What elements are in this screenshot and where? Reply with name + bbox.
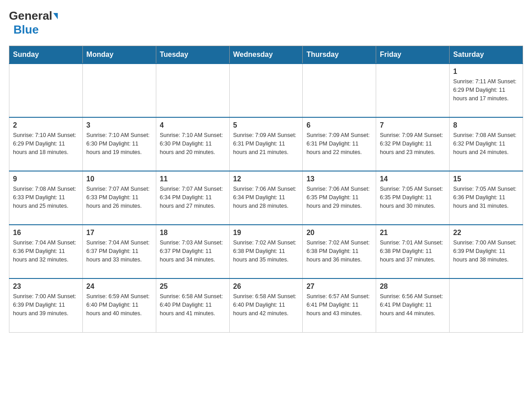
day-info: Sunrise: 7:07 AM Sunset: 6:33 PM Dayligh… [86, 185, 152, 210]
day-number: 7 [380, 121, 446, 129]
day-info: Sunrise: 7:10 AM Sunset: 6:29 PM Dayligh… [13, 131, 79, 156]
logo-blue-text: Blue [13, 23, 39, 37]
day-number: 22 [453, 229, 519, 237]
day-number: 23 [13, 283, 79, 291]
calendar-day-cell: 7Sunrise: 7:09 AM Sunset: 6:32 PM Daylig… [376, 117, 450, 171]
day-info: Sunrise: 6:58 AM Sunset: 6:40 PM Dayligh… [160, 292, 226, 317]
page-header: General Blue [9, 9, 523, 37]
calendar-week-row: 2Sunrise: 7:10 AM Sunset: 6:29 PM Daylig… [9, 117, 523, 171]
day-number: 14 [380, 175, 446, 183]
day-number: 25 [160, 283, 226, 291]
calendar-day-cell: 12Sunrise: 7:06 AM Sunset: 6:34 PM Dayli… [229, 171, 303, 225]
calendar-day-cell [82, 64, 156, 117]
day-number: 27 [306, 283, 372, 291]
day-info: Sunrise: 6:57 AM Sunset: 6:41 PM Dayligh… [306, 292, 372, 317]
day-number: 2 [13, 121, 79, 129]
day-of-week-header: Monday [82, 46, 156, 64]
day-of-week-header: Friday [376, 46, 450, 64]
calendar-day-cell [303, 64, 376, 117]
calendar-day-cell: 25Sunrise: 6:58 AM Sunset: 6:40 PM Dayli… [156, 278, 229, 332]
day-info: Sunrise: 7:09 AM Sunset: 6:31 PM Dayligh… [306, 131, 372, 156]
calendar-header-row: SundayMondayTuesdayWednesdayThursdayFrid… [9, 46, 523, 64]
logo-general-text: General [9, 9, 52, 23]
day-info: Sunrise: 7:07 AM Sunset: 6:34 PM Dayligh… [160, 185, 226, 210]
calendar-day-cell: 2Sunrise: 7:10 AM Sunset: 6:29 PM Daylig… [9, 117, 83, 171]
day-number: 12 [233, 175, 299, 183]
day-info: Sunrise: 6:59 AM Sunset: 6:40 PM Dayligh… [86, 292, 152, 317]
day-number: 28 [380, 283, 446, 291]
day-of-week-header: Wednesday [229, 46, 303, 64]
day-number: 6 [306, 121, 372, 129]
day-info: Sunrise: 6:56 AM Sunset: 6:41 PM Dayligh… [380, 292, 446, 317]
calendar-day-cell: 21Sunrise: 7:01 AM Sunset: 6:38 PM Dayli… [376, 225, 450, 278]
calendar-day-cell: 17Sunrise: 7:04 AM Sunset: 6:37 PM Dayli… [82, 225, 156, 278]
calendar-day-cell: 9Sunrise: 7:08 AM Sunset: 6:33 PM Daylig… [9, 171, 83, 225]
calendar-day-cell [450, 278, 523, 332]
calendar-day-cell: 10Sunrise: 7:07 AM Sunset: 6:33 PM Dayli… [82, 171, 156, 225]
day-number: 9 [13, 175, 79, 183]
calendar-day-cell: 23Sunrise: 7:00 AM Sunset: 6:39 PM Dayli… [9, 278, 83, 332]
day-number: 15 [453, 175, 519, 183]
calendar-week-row: 23Sunrise: 7:00 AM Sunset: 6:39 PM Dayli… [9, 278, 523, 332]
day-number: 18 [160, 229, 226, 237]
day-number: 24 [86, 283, 152, 291]
calendar-day-cell [9, 64, 83, 117]
day-info: Sunrise: 7:08 AM Sunset: 6:33 PM Dayligh… [13, 185, 79, 210]
day-info: Sunrise: 7:06 AM Sunset: 6:35 PM Dayligh… [306, 185, 372, 210]
day-of-week-header: Thursday [303, 46, 376, 64]
day-info: Sunrise: 7:11 AM Sunset: 6:29 PM Dayligh… [453, 77, 519, 103]
day-info: Sunrise: 7:03 AM Sunset: 6:37 PM Dayligh… [160, 239, 226, 264]
calendar-day-cell: 5Sunrise: 7:09 AM Sunset: 6:31 PM Daylig… [229, 117, 303, 171]
day-number: 19 [233, 229, 299, 237]
day-number: 11 [160, 175, 226, 183]
calendar-day-cell: 11Sunrise: 7:07 AM Sunset: 6:34 PM Dayli… [156, 171, 229, 225]
calendar-day-cell [376, 64, 450, 117]
day-info: Sunrise: 7:05 AM Sunset: 6:35 PM Dayligh… [380, 185, 446, 210]
day-info: Sunrise: 7:01 AM Sunset: 6:38 PM Dayligh… [380, 239, 446, 264]
day-info: Sunrise: 7:04 AM Sunset: 6:37 PM Dayligh… [86, 239, 152, 264]
calendar-day-cell: 24Sunrise: 6:59 AM Sunset: 6:40 PM Dayli… [82, 278, 156, 332]
calendar-day-cell: 22Sunrise: 7:00 AM Sunset: 6:39 PM Dayli… [450, 225, 523, 278]
day-number: 5 [233, 121, 299, 129]
day-number: 21 [380, 229, 446, 237]
day-number: 17 [86, 229, 152, 237]
day-of-week-header: Tuesday [156, 46, 229, 64]
calendar-week-row: 1Sunrise: 7:11 AM Sunset: 6:29 PM Daylig… [9, 64, 523, 117]
calendar-day-cell: 19Sunrise: 7:02 AM Sunset: 6:38 PM Dayli… [229, 225, 303, 278]
calendar-day-cell: 28Sunrise: 6:56 AM Sunset: 6:41 PM Dayli… [376, 278, 450, 332]
day-info: Sunrise: 7:10 AM Sunset: 6:30 PM Dayligh… [160, 131, 226, 156]
calendar-day-cell: 8Sunrise: 7:08 AM Sunset: 6:32 PM Daylig… [450, 117, 523, 171]
calendar-day-cell: 14Sunrise: 7:05 AM Sunset: 6:35 PM Dayli… [376, 171, 450, 225]
day-number: 26 [233, 283, 299, 291]
calendar-day-cell: 4Sunrise: 7:10 AM Sunset: 6:30 PM Daylig… [156, 117, 229, 171]
day-number: 20 [306, 229, 372, 237]
day-info: Sunrise: 7:02 AM Sunset: 6:38 PM Dayligh… [233, 239, 299, 264]
day-info: Sunrise: 7:08 AM Sunset: 6:32 PM Dayligh… [453, 131, 519, 156]
day-info: Sunrise: 7:00 AM Sunset: 6:39 PM Dayligh… [453, 239, 519, 264]
calendar-day-cell: 26Sunrise: 6:58 AM Sunset: 6:40 PM Dayli… [229, 278, 303, 332]
day-info: Sunrise: 7:06 AM Sunset: 6:34 PM Dayligh… [233, 185, 299, 210]
calendar-day-cell: 27Sunrise: 6:57 AM Sunset: 6:41 PM Dayli… [303, 278, 376, 332]
day-info: Sunrise: 7:10 AM Sunset: 6:30 PM Dayligh… [86, 131, 152, 156]
calendar-table: SundayMondayTuesdayWednesdayThursdayFrid… [9, 46, 523, 333]
day-info: Sunrise: 7:09 AM Sunset: 6:32 PM Dayligh… [380, 131, 446, 156]
day-info: Sunrise: 6:58 AM Sunset: 6:40 PM Dayligh… [233, 292, 299, 317]
day-info: Sunrise: 7:04 AM Sunset: 6:36 PM Dayligh… [13, 239, 79, 264]
logo: General Blue [9, 9, 58, 37]
calendar-day-cell: 3Sunrise: 7:10 AM Sunset: 6:30 PM Daylig… [82, 117, 156, 171]
calendar-day-cell: 18Sunrise: 7:03 AM Sunset: 6:37 PM Dayli… [156, 225, 229, 278]
day-of-week-header: Saturday [450, 46, 523, 64]
calendar-day-cell: 15Sunrise: 7:05 AM Sunset: 6:36 PM Dayli… [450, 171, 523, 225]
day-number: 16 [13, 229, 79, 237]
day-number: 13 [306, 175, 372, 183]
day-number: 10 [86, 175, 152, 183]
calendar-day-cell: 20Sunrise: 7:02 AM Sunset: 6:38 PM Dayli… [303, 225, 376, 278]
calendar-week-row: 16Sunrise: 7:04 AM Sunset: 6:36 PM Dayli… [9, 225, 523, 278]
day-number: 8 [453, 121, 519, 129]
day-info: Sunrise: 7:05 AM Sunset: 6:36 PM Dayligh… [453, 185, 519, 210]
calendar-day-cell: 16Sunrise: 7:04 AM Sunset: 6:36 PM Dayli… [9, 225, 83, 278]
day-info: Sunrise: 7:02 AM Sunset: 6:38 PM Dayligh… [306, 239, 372, 264]
calendar-day-cell: 13Sunrise: 7:06 AM Sunset: 6:35 PM Dayli… [303, 171, 376, 225]
day-of-week-header: Sunday [9, 46, 83, 64]
day-info: Sunrise: 7:00 AM Sunset: 6:39 PM Dayligh… [13, 292, 79, 317]
